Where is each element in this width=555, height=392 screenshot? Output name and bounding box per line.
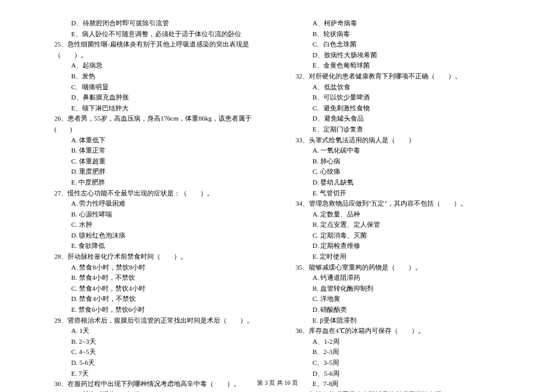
option: C. 定期消毒、灭菌 [296,230,501,241]
option: E、颌下淋巴结肿大 [54,103,259,114]
question-28: 28、肝动脉栓塞化疗术前禁食时间（ ）。 [54,251,259,262]
option: D. 5-6天 [54,358,259,368]
option: E. β受体阻滞剂 [296,315,501,326]
option: C. 水肿 [54,220,259,230]
option: E. 气管切开 [296,188,501,199]
option: C、咽痛明显 [54,82,259,93]
option: D. 咳粉红色泡沫痰 [54,230,259,241]
option: D、避免罐头食品 [296,113,501,124]
option: C、白色念珠菌 [296,39,501,50]
option: E、金黄色葡萄球菌 [296,60,501,71]
option: D、5-6周 [296,368,501,379]
left-column: D、待脓腔闭合时即可拔除引流管 E、病人卧位不可随意调整，必须处于适于体位引流的… [54,18,259,392]
question-27: 27、慢性左心功能不全最早出现的症状是：（ ）。 [54,188,259,199]
option: B. 体重正常 [54,145,259,156]
option: B. 2~3天 [54,337,259,347]
question-26: 26、患者男，55岁，高血压病，身高176cm，体重86kg，该患者属于( ) [54,113,259,134]
question-37: 37、急性有机磷重度患者阿托品注射后最可能出现（ ）。 [296,390,501,392]
option: C. 体重超重 [54,156,259,167]
page-footer: 第 3 页 共 16 页 [0,379,555,387]
option: A. 钙通道阻滞药 [296,273,501,283]
question-29: 29、肾癌根治术后，腹膜后引流管的正常找出时间是术后（ ）。 [54,315,259,326]
option: D. 重度肥胖 [54,166,259,177]
option: D. 硝酸酯类 [296,305,501,315]
option: E. 定时使用 [296,251,501,262]
option: E. 食欲降低 [54,241,259,251]
question-36: 36、库存血在4℃的冰箱内可保存（ ）。 [296,326,501,337]
option: C. 洋地黄 [296,294,501,305]
option: E. 7天 [54,368,259,379]
question-34: 34、管理急救物品应做到"五定"，其内容不包括（ ）。 [296,198,501,209]
option: A. 禁食8小时，禁饮8小时 [54,262,259,273]
option: D. 禁食4小时，不禁饮 [54,294,259,305]
option: D. 婴幼儿缺氧 [296,177,501,188]
option: C、3-5周 [296,358,501,368]
option: D、致病性大肠埃希菌 [296,50,501,61]
option: E、病人卧位不可随意调整，必须处于适于体位引流的卧位 [54,29,259,40]
option: A. 定数量、品种 [296,209,501,220]
right-column: A、柯萨奇病毒 B、轮状病毒 C、白色念珠菌 D、致病性大肠埃希菌 E、金黄色葡… [296,18,501,392]
option: A. 1天 [54,326,259,337]
option: B. 肺心病 [296,156,501,167]
option: B. 心源性哮喘 [54,209,259,220]
option: B、发热 [54,71,259,82]
option: C. 心绞痛 [296,166,501,177]
option: B、轮状病毒 [296,29,501,40]
option: B、2-3周 [296,347,501,358]
option: B、可以饮少量啤酒 [296,92,501,103]
option: C. 4~5天 [54,347,259,358]
option: A、低盐饮食 [296,82,501,93]
exam-content: D、待脓腔闭合时即可拔除引流管 E、病人卧位不可随意调整，必须处于适于体位引流的… [54,18,501,392]
option: B. 定点安置、定人保管 [296,220,501,230]
option: C. 禁食4小时，禁饮4小时 [54,283,259,294]
question-32: 32、对肝硬化的患者健康教育下列哪项不正确（ ）。 [296,71,501,82]
option: A、1-2周 [296,337,501,347]
option: D、待脓腔闭合时即可拔除引流管 [54,18,259,29]
option: E. 中度肥胖 [54,177,259,188]
option: B. 禁食4小时，不禁饮 [54,273,259,283]
question-35: 35、能够减缓心室重构的药物是（ ）。 [296,262,501,273]
option: A、脉率减慢为 78 次/分 [54,390,259,392]
option: A、起病急 [54,60,259,71]
option: D. 定期检查维修 [296,241,501,251]
option: A. 体重低下 [54,135,259,146]
option: C、避免刺激性食物 [296,103,501,114]
question-33: 33、头罩式给氧法适用的病人是（ ） [296,135,501,146]
option: E、定期门诊复查 [296,124,501,135]
option: A. 一氧化碳中毒 [296,145,501,156]
option: B. 血管转化酶抑制剂 [296,283,501,294]
question-25: 25、急性细菌性咽-扁桃体炎有别于其他上呼吸道感染的突出表现是（ ）。 [54,39,259,60]
option: A. 劳力性呼吸困难 [54,198,259,209]
option: D、鼻黏膜充血肿胀 [54,92,259,103]
option: A、柯萨奇病毒 [296,18,501,29]
option: E. 禁食6小时，禁饮6小时 [54,305,259,315]
